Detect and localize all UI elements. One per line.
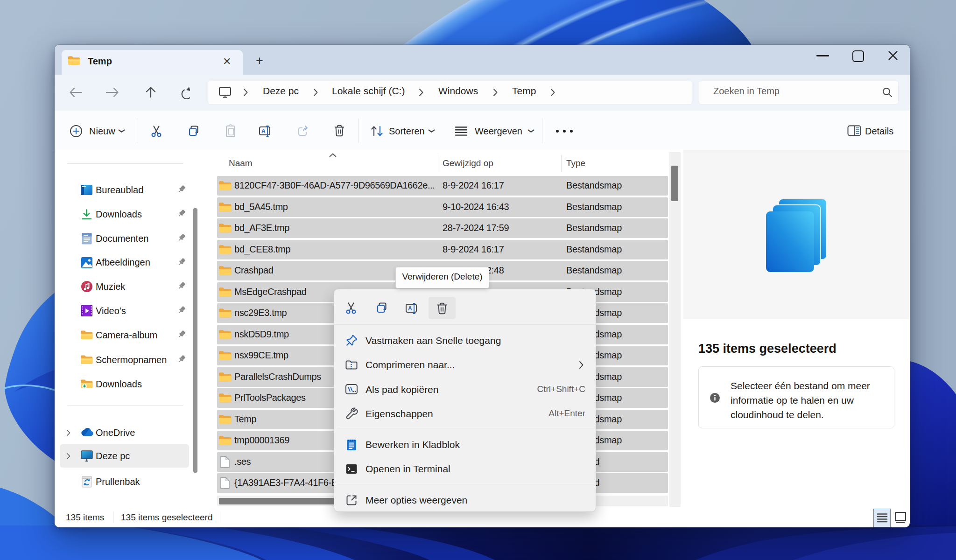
svg-text:A: A	[261, 128, 266, 134]
svg-text:A: A	[408, 305, 412, 312]
